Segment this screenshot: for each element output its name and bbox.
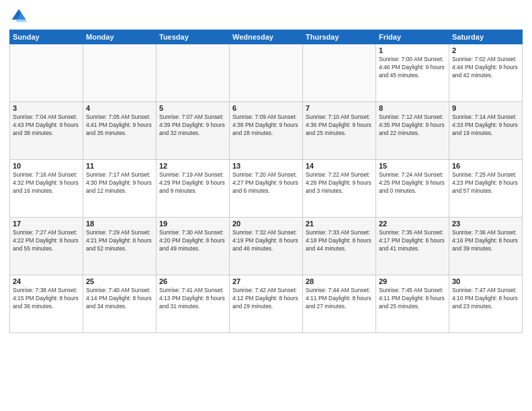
calendar-cell: 28Sunrise: 7:44 AM Sunset: 4:11 PM Dayli…: [303, 275, 376, 333]
week-row-5: 24Sunrise: 7:38 AM Sunset: 4:15 PM Dayli…: [10, 275, 523, 333]
day-number: 20: [232, 220, 300, 228]
day-number: 5: [159, 104, 226, 112]
day-info: Sunrise: 7:17 AM Sunset: 4:30 PM Dayligh…: [86, 171, 153, 195]
day-number: 29: [379, 277, 446, 285]
calendar-cell: 6Sunrise: 7:09 AM Sunset: 4:38 PM Daylig…: [230, 102, 303, 160]
day-info: Sunrise: 7:27 AM Sunset: 4:22 PM Dayligh…: [13, 229, 80, 253]
day-info: Sunrise: 7:36 AM Sunset: 4:16 PM Dayligh…: [452, 229, 519, 253]
day-info: Sunrise: 7:47 AM Sunset: 4:10 PM Dayligh…: [452, 287, 519, 311]
calendar-cell: 8Sunrise: 7:12 AM Sunset: 4:35 PM Daylig…: [376, 102, 449, 160]
day-info: Sunrise: 7:10 AM Sunset: 4:36 PM Dayligh…: [306, 113, 373, 138]
calendar-cell: 22Sunrise: 7:35 AM Sunset: 4:17 PM Dayli…: [376, 218, 449, 275]
day-number: 26: [159, 277, 226, 285]
day-info: Sunrise: 7:16 AM Sunset: 4:32 PM Dayligh…: [13, 171, 80, 195]
calendar-table: SundayMondayTuesdayWednesdayThursdayFrid…: [9, 30, 523, 333]
calendar-cell: 13Sunrise: 7:20 AM Sunset: 4:27 PM Dayli…: [230, 160, 303, 218]
day-info: Sunrise: 7:32 AM Sunset: 4:19 PM Dayligh…: [232, 229, 300, 253]
weekday-friday: Friday: [376, 30, 449, 44]
weekday-header-row: SundayMondayTuesdayWednesdayThursdayFrid…: [10, 30, 523, 44]
weekday-wednesday: Wednesday: [230, 30, 303, 44]
day-info: Sunrise: 7:25 AM Sunset: 4:23 PM Dayligh…: [452, 171, 519, 195]
day-info: Sunrise: 7:24 AM Sunset: 4:25 PM Dayligh…: [379, 171, 446, 195]
day-number: 2: [452, 46, 519, 54]
calendar-cell: 26Sunrise: 7:41 AM Sunset: 4:13 PM Dayli…: [157, 275, 230, 333]
day-info: Sunrise: 7:41 AM Sunset: 4:13 PM Dayligh…: [159, 287, 226, 311]
day-info: Sunrise: 7:35 AM Sunset: 4:17 PM Dayligh…: [379, 229, 446, 253]
week-row-2: 3Sunrise: 7:04 AM Sunset: 4:43 PM Daylig…: [10, 102, 523, 160]
day-info: Sunrise: 7:30 AM Sunset: 4:20 PM Dayligh…: [159, 229, 226, 253]
day-number: 14: [306, 162, 373, 170]
calendar-cell: 17Sunrise: 7:27 AM Sunset: 4:22 PM Dayli…: [10, 218, 83, 275]
page: SundayMondayTuesdayWednesdayThursdayFrid…: [0, 0, 532, 411]
day-number: 9: [452, 104, 519, 112]
day-info: Sunrise: 7:45 AM Sunset: 4:11 PM Dayligh…: [379, 287, 446, 311]
calendar-cell: [157, 44, 230, 102]
calendar-cell: 20Sunrise: 7:32 AM Sunset: 4:19 PM Dayli…: [230, 218, 303, 275]
calendar-cell: 12Sunrise: 7:19 AM Sunset: 4:29 PM Dayli…: [157, 160, 230, 218]
calendar-cell: 25Sunrise: 7:40 AM Sunset: 4:14 PM Dayli…: [83, 275, 157, 333]
weekday-monday: Monday: [83, 30, 157, 44]
calendar-cell: 7Sunrise: 7:10 AM Sunset: 4:36 PM Daylig…: [303, 102, 376, 160]
calendar-cell: 1Sunrise: 7:00 AM Sunset: 4:46 PM Daylig…: [376, 44, 449, 102]
calendar-cell: 11Sunrise: 7:17 AM Sunset: 4:30 PM Dayli…: [83, 160, 157, 218]
day-info: Sunrise: 7:19 AM Sunset: 4:29 PM Dayligh…: [159, 171, 226, 195]
day-info: Sunrise: 7:42 AM Sunset: 4:12 PM Dayligh…: [232, 287, 300, 311]
calendar-cell: 14Sunrise: 7:22 AM Sunset: 4:26 PM Dayli…: [303, 160, 376, 218]
day-number: 4: [86, 104, 153, 112]
calendar-cell: 16Sunrise: 7:25 AM Sunset: 4:23 PM Dayli…: [449, 160, 523, 218]
weekday-sunday: Sunday: [10, 30, 83, 44]
day-number: 6: [232, 104, 300, 112]
logo-icon: [9, 7, 28, 26]
calendar-cell: 9Sunrise: 7:14 AM Sunset: 4:33 PM Daylig…: [449, 102, 523, 160]
calendar-cell: 5Sunrise: 7:07 AM Sunset: 4:39 PM Daylig…: [157, 102, 230, 160]
day-number: 13: [232, 162, 300, 170]
week-row-3: 10Sunrise: 7:16 AM Sunset: 4:32 PM Dayli…: [10, 160, 523, 218]
weekday-thursday: Thursday: [303, 30, 376, 44]
day-info: Sunrise: 7:04 AM Sunset: 4:43 PM Dayligh…: [13, 113, 80, 138]
day-info: Sunrise: 7:40 AM Sunset: 4:14 PM Dayligh…: [86, 287, 153, 311]
day-info: Sunrise: 7:02 AM Sunset: 4:44 PM Dayligh…: [452, 56, 519, 80]
day-number: 25: [86, 277, 153, 285]
day-number: 16: [452, 162, 519, 170]
day-info: Sunrise: 7:12 AM Sunset: 4:35 PM Dayligh…: [379, 113, 446, 138]
calendar-cell: 23Sunrise: 7:36 AM Sunset: 4:16 PM Dayli…: [449, 218, 523, 275]
calendar-cell: 18Sunrise: 7:29 AM Sunset: 4:21 PM Dayli…: [83, 218, 157, 275]
day-info: Sunrise: 7:33 AM Sunset: 4:18 PM Dayligh…: [306, 229, 373, 253]
day-number: 12: [159, 162, 226, 170]
weekday-tuesday: Tuesday: [157, 30, 230, 44]
weekday-saturday: Saturday: [449, 30, 523, 44]
header: [9, 7, 523, 26]
day-number: 11: [86, 162, 153, 170]
calendar-cell: 3Sunrise: 7:04 AM Sunset: 4:43 PM Daylig…: [10, 102, 83, 160]
calendar-cell: [230, 44, 303, 102]
day-info: Sunrise: 7:44 AM Sunset: 4:11 PM Dayligh…: [306, 287, 373, 311]
calendar-cell: 19Sunrise: 7:30 AM Sunset: 4:20 PM Dayli…: [157, 218, 230, 275]
day-number: 7: [306, 104, 373, 112]
calendar-cell: 29Sunrise: 7:45 AM Sunset: 4:11 PM Dayli…: [376, 275, 449, 333]
day-number: 28: [306, 277, 373, 285]
day-info: Sunrise: 7:00 AM Sunset: 4:46 PM Dayligh…: [379, 56, 446, 80]
day-number: 27: [232, 277, 300, 285]
day-info: Sunrise: 7:07 AM Sunset: 4:39 PM Dayligh…: [159, 113, 226, 138]
day-info: Sunrise: 7:38 AM Sunset: 4:15 PM Dayligh…: [13, 287, 80, 311]
day-number: 8: [379, 104, 446, 112]
day-number: 22: [379, 220, 446, 228]
logo: [9, 7, 30, 26]
day-info: Sunrise: 7:05 AM Sunset: 4:41 PM Dayligh…: [86, 113, 153, 138]
day-info: Sunrise: 7:09 AM Sunset: 4:38 PM Dayligh…: [232, 113, 300, 138]
calendar-cell: 27Sunrise: 7:42 AM Sunset: 4:12 PM Dayli…: [230, 275, 303, 333]
day-number: 3: [13, 104, 80, 112]
calendar-cell: [83, 44, 157, 102]
calendar-cell: 30Sunrise: 7:47 AM Sunset: 4:10 PM Dayli…: [449, 275, 523, 333]
week-row-4: 17Sunrise: 7:27 AM Sunset: 4:22 PM Dayli…: [10, 218, 523, 275]
calendar-cell: 10Sunrise: 7:16 AM Sunset: 4:32 PM Dayli…: [10, 160, 83, 218]
day-number: 1: [379, 46, 446, 54]
calendar-cell: 15Sunrise: 7:24 AM Sunset: 4:25 PM Dayli…: [376, 160, 449, 218]
day-number: 19: [159, 220, 226, 228]
day-number: 30: [452, 277, 519, 285]
day-info: Sunrise: 7:20 AM Sunset: 4:27 PM Dayligh…: [232, 171, 300, 195]
day-number: 15: [379, 162, 446, 170]
day-number: 17: [13, 220, 80, 228]
day-number: 10: [13, 162, 80, 170]
calendar-cell: [303, 44, 376, 102]
